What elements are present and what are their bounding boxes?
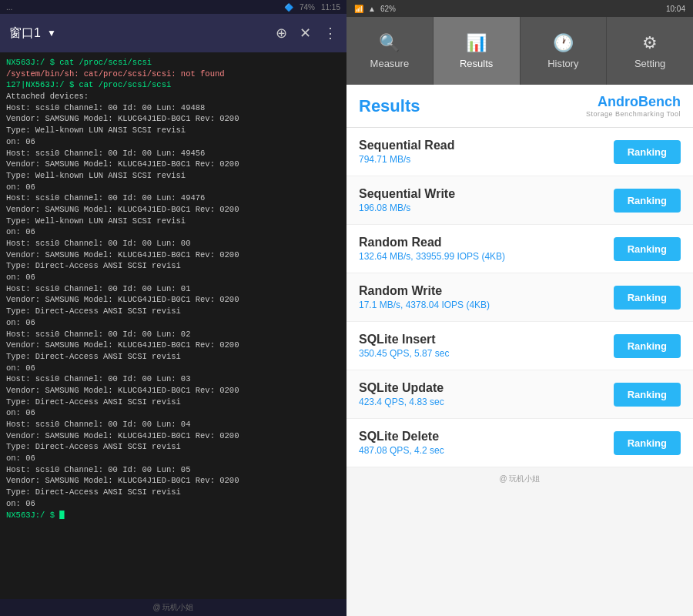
watermark-left: @ 玩机小姐	[153, 603, 194, 611]
benchmark-value: 794.71 MB/s	[359, 154, 614, 165]
terminal-line: Vendor: SAMSUNG Model: KLUCG4J1ED-B0C1 R…	[6, 340, 340, 351]
measure-tab-label: Measure	[370, 58, 410, 69]
tab-history[interactable]: 🕐History	[521, 17, 608, 85]
status-bar-right: 📶 ▲ 62% 10:04	[346, 0, 693, 17]
terminal-line: Host: scsi0 Channel: 00 Id: 00 Lun: 02	[6, 329, 340, 340]
terminal-line: Type: Well-known LUN ANSI SCSI revisi	[6, 170, 340, 182]
benchmark-name: SQLite Update	[359, 381, 614, 395]
benchmark-row: Random Read132.64 MB/s, 33955.99 IOPS (4…	[346, 225, 693, 273]
terminal-line: Host: scsi0 Channel: 00 Id: 00 Lun: 04	[6, 419, 340, 430]
benchmark-row: Sequential Read794.71 MB/sRanking	[346, 128, 693, 176]
bluetooth-icon: 🔷	[284, 3, 293, 12]
terminal-line: Type: Direct-Access ANSI SCSI revisi	[6, 306, 340, 317]
terminal-line: Host: scsi0 Channel: 00 Id: 00 Lun: 01	[6, 283, 340, 295]
dropdown-icon[interactable]: ▼	[47, 28, 56, 38]
ranking-button[interactable]: Ranking	[614, 140, 681, 164]
terminal-title-group: 窗口1 ▼	[9, 25, 56, 42]
terminal-line: Vendor: SAMSUNG Model: KLUCG4J1ED-B0C1 R…	[6, 113, 340, 125]
benchmark-info: Random Write17.1 MB/s, 4378.04 IOPS (4KB…	[359, 284, 614, 310]
terminal-body[interactable]: NX563J:/ $ cat /proc/scsi/scsi/system/bi…	[0, 52, 346, 599]
ranking-button[interactable]: Ranking	[614, 383, 681, 407]
benchmark-info: Sequential Write196.08 MB/s	[359, 187, 614, 213]
terminal-line: on: 06	[6, 407, 340, 419]
benchmark-row: SQLite Insert350.45 QPS, 5.87 secRanking	[346, 322, 693, 370]
terminal-line: Type: Well-known LUN ANSI SCSI revisi	[6, 216, 340, 227]
ranking-button[interactable]: Ranking	[614, 237, 681, 261]
terminal-line: Attached devices:	[6, 91, 340, 102]
status-icons-right: 📶 ▲ 62%	[354, 5, 396, 13]
terminal-line: 127|NX563J:/ $ cat /proc/scsi/scsi	[6, 79, 340, 91]
terminal-line: on: 06	[6, 498, 340, 510]
terminal-line: NX563J:/ $ █	[6, 510, 340, 521]
logo-prefix: Andro	[598, 94, 638, 109]
terminal-line: on: 06	[6, 363, 340, 374]
benchmark-list: Sequential Read794.71 MB/sRankingSequent…	[346, 128, 693, 467]
terminal-line: Vendor: SAMSUNG Model: KLUCG4J1ED-B0C1 R…	[6, 385, 340, 397]
benchmark-value: 17.1 MB/s, 4378.04 IOPS (4KB)	[359, 300, 614, 310]
terminal-line: on: 06	[6, 453, 340, 464]
benchmark-info: SQLite Insert350.45 QPS, 5.87 sec	[359, 333, 614, 359]
benchmark-row: Sequential Write196.08 MB/sRanking	[346, 176, 693, 225]
setting-tab-label: Setting	[634, 58, 665, 69]
add-tab-icon[interactable]: ⊕	[276, 25, 287, 42]
benchmark-info: SQLite Update423.4 QPS, 4.83 sec	[359, 381, 614, 407]
ranking-button[interactable]: Ranking	[614, 189, 681, 213]
benchmark-row: Random Write17.1 MB/s, 4378.04 IOPS (4KB…	[346, 273, 693, 322]
content-area: Results AndroBench Storage Benchmarking …	[346, 85, 693, 616]
history-tab-icon: 🕐	[553, 33, 574, 53]
terminal-title: 窗口1	[9, 25, 41, 42]
benchmark-row: SQLite Delete487.08 QPS, 4.2 secRanking	[346, 419, 693, 467]
benchmark-info: Sequential Read794.71 MB/s	[359, 139, 614, 165]
ranking-button[interactable]: Ranking	[614, 334, 681, 358]
terminal-line: on: 06	[6, 226, 340, 238]
close-tab-icon[interactable]: ✕	[300, 25, 311, 42]
terminal-line: on: 06	[6, 136, 340, 148]
terminal-line: Type: Direct-Access ANSI SCSI revisi	[6, 487, 340, 498]
terminal-line: Host: scsi0 Channel: 00 Id: 00 Lun: 4948…	[6, 102, 340, 114]
terminal-line: Vendor: SAMSUNG Model: KLUCG4J1ED-B0C1 R…	[6, 249, 340, 261]
benchmark-name: Random Read	[359, 236, 614, 249]
terminal-line: on: 06	[6, 272, 340, 283]
benchmark-value: 196.08 MB/s	[359, 203, 614, 213]
tab-setting[interactable]: ⚙Setting	[607, 17, 693, 85]
status-bar-left: ... 🔷 74% 11:15	[0, 0, 346, 14]
androbench-name: AndroBench	[598, 94, 681, 110]
terminal-line: Type: Direct-Access ANSI SCSI revisi	[6, 397, 340, 408]
terminal-line: Host: scsi0 Channel: 00 Id: 00 Lun: 4945…	[6, 148, 340, 159]
terminal-actions: ⊕ ✕ ⋮	[276, 25, 337, 42]
terminal-line: /system/bin/sh: cat/proc/scsi/scsi: not …	[6, 69, 340, 80]
results-tab-label: Results	[460, 58, 493, 69]
results-tab-icon: 📊	[466, 33, 487, 53]
status-dots: ...	[6, 3, 12, 12]
terminal-line: Vendor: SAMSUNG Model: KLUCG4J1ED-B0C1 R…	[6, 204, 340, 216]
terminal-line: Type: Direct-Access ANSI SCSI revisi	[6, 441, 340, 453]
benchmark-row: SQLite Update423.4 QPS, 4.83 secRanking	[346, 370, 693, 419]
measure-tab-icon: 🔍	[379, 33, 400, 53]
terminal-line: Vendor: SAMSUNG Model: KLUCG4J1ED-B0C1 R…	[6, 159, 340, 170]
benchmark-value: 132.64 MB/s, 33955.99 IOPS (4KB)	[359, 251, 614, 262]
tab-results[interactable]: 📊Results	[434, 17, 521, 85]
terminal-line: NX563J:/ $ cat /proc/scsi/scsi	[6, 57, 340, 69]
benchmark-name: Random Write	[359, 284, 614, 298]
benchmark-info: SQLite Delete487.08 QPS, 4.2 sec	[359, 430, 614, 456]
results-title: Results	[359, 96, 420, 116]
wifi-icon: 📶	[354, 5, 363, 13]
history-tab-label: History	[547, 58, 578, 69]
terminal-line: on: 06	[6, 317, 340, 329]
more-options-icon[interactable]: ⋮	[323, 25, 337, 42]
tab-measure[interactable]: 🔍Measure	[346, 17, 434, 85]
results-header: Results AndroBench Storage Benchmarking …	[346, 85, 693, 128]
benchmark-name: SQLite Insert	[359, 333, 614, 346]
battery-left: 74%	[300, 3, 315, 12]
androbench-panel: 📶 ▲ 62% 10:04 🔍Measure📊Results🕐History⚙S…	[346, 0, 693, 616]
terminal-line: Host: scsi0 Channel: 00 Id: 00 Lun: 05	[6, 464, 340, 476]
terminal-line: Type: Well-known LUN ANSI SCSI revisi	[6, 125, 340, 136]
time-right: 10:04	[666, 5, 685, 13]
terminal-footer: @ 玩机小姐	[0, 599, 346, 616]
tabs-bar: 🔍Measure📊Results🕐History⚙Setting	[346, 17, 693, 85]
terminal-line: Host: scsi0 Channel: 00 Id: 00 Lun: 4947…	[6, 192, 340, 204]
terminal-line: Host: scsi0 Channel: 00 Id: 00 Lun: 00	[6, 238, 340, 249]
time-left: 11:15	[321, 3, 340, 12]
ranking-button[interactable]: Ranking	[614, 286, 681, 310]
ranking-button[interactable]: Ranking	[614, 431, 681, 455]
